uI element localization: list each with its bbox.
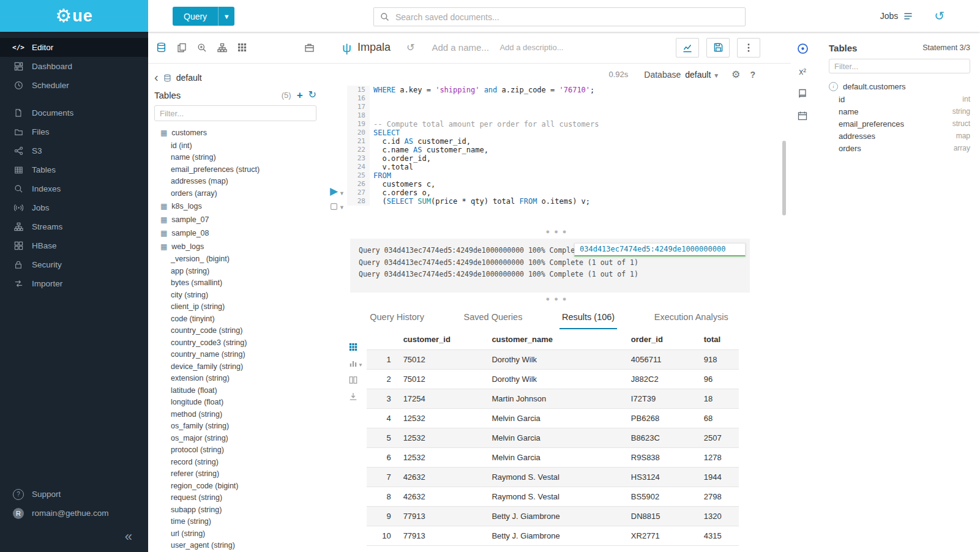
tree-item[interactable]: email_preferences (struct) [154,163,316,176]
tree-item[interactable]: method (string) [154,408,316,420]
tree-item[interactable]: country_code3 (string) [154,337,316,349]
info-icon[interactable]: i [829,82,838,91]
code-editor[interactable]: 1516171819202122232425262728 WHERE a.key… [347,86,779,206]
column-header[interactable]: total [698,329,739,350]
sidebar-item-streams[interactable]: Streams [0,217,148,236]
job-id-link[interactable]: 034d413ec7474ed5:4249de1000000000 [574,243,746,256]
tree-item[interactable]: country_name (string) [154,349,316,361]
jobs-list-icon[interactable] [903,12,913,21]
sidebar-item-jobs[interactable]: Jobs [0,198,148,217]
statement-menu-button[interactable]: ▼ [330,203,345,211]
back-chevron-icon[interactable]: ‹ [154,71,159,83]
assist-apps-icon[interactable] [238,43,247,52]
tree-item[interactable]: subapp (string) [154,504,316,516]
schedule-calendar-icon[interactable] [798,111,807,121]
column-header[interactable]: customer_id [397,329,486,350]
tree-item[interactable]: extension (string) [154,373,316,385]
tree-item[interactable]: user_agent (string) [154,540,316,552]
refresh-tables-icon[interactable]: ↻ [309,90,316,100]
tree-item[interactable]: url (string) [154,528,316,540]
breadcrumb-database-name[interactable]: default [176,73,202,83]
database-select[interactable]: default ▼ [685,70,719,80]
assist-search-plus-icon[interactable] [197,43,207,53]
row-number-header[interactable] [367,329,397,350]
tree-item[interactable]: time (string) [154,516,316,528]
tree-item[interactable]: k8s_logs [154,200,316,213]
tree-item[interactable]: sample_07 [154,213,316,226]
sidebar-item-security[interactable]: Security [0,255,148,274]
briefcase-icon[interactable] [304,43,315,53]
table-row[interactable]: 4 12532 Melvin Garcia PB6268 68 [367,409,739,428]
sidebar-item-tables[interactable]: Tables [0,160,148,179]
grid-view-icon[interactable] [349,343,363,351]
tree-item[interactable]: device_family (string) [154,360,316,373]
more-options-button[interactable]: ⋮ [737,38,760,58]
query-name-input[interactable] [430,42,491,53]
tree-item[interactable]: name (string) [154,152,316,164]
sidebar-item-scheduler[interactable]: Scheduler [0,76,148,95]
column-item[interactable]: orders array [829,142,970,154]
tree-item[interactable]: region_code (bigint) [154,480,316,492]
execute-button[interactable]: ▶▼ [330,186,345,196]
tree-item[interactable]: referer (string) [154,468,316,480]
query-description-input[interactable] [498,42,580,53]
table-row[interactable]: 3 17254 Martin Johnson I72T39 18 [367,389,739,409]
tree-item[interactable]: protocol (string) [154,444,316,457]
table-row[interactable]: 9 77913 Betty J. Giambrone DN8815 1320 [367,507,739,526]
column-header[interactable]: order_id [625,329,698,350]
editor-settings-gear-icon[interactable]: ⚙ [731,69,740,80]
hue-logo[interactable]: ⚙ ue [0,0,148,32]
table-row[interactable]: 7 42632 Raymond S. Vestal HS3124 1944 [367,468,739,487]
query-dropdown-caret[interactable]: ▼ [218,7,234,26]
tree-item[interactable]: request (string) [154,492,316,504]
editor-help-icon[interactable]: ? [750,70,755,80]
tree-item[interactable]: _version_ (bigint) [154,253,316,266]
chart-button[interactable] [676,38,699,58]
column-item[interactable]: email_preferences struct [829,117,970,130]
tree-item[interactable]: orders (array) [154,187,316,200]
table-row[interactable]: 5 12532 Melvin Garcia B8623C 2507 [367,428,739,448]
result-tab[interactable]: Results (106) [559,306,617,329]
tree-item[interactable]: longitude (float) [154,397,316,409]
collapse-sidebar-button[interactable]: « [125,529,132,545]
tree-item[interactable]: id (int) [154,140,316,152]
result-tab[interactable]: Saved Queries [461,306,525,329]
sidebar-item-documents[interactable]: Documents [0,103,148,122]
context-assist-icon[interactable] [797,43,809,54]
tree-item[interactable]: sample_08 [154,226,316,240]
save-button[interactable] [706,38,730,58]
sidebar-item-editor[interactable]: </> Editor [0,38,148,57]
columns-view-icon[interactable] [349,376,363,384]
search-input[interactable] [394,12,745,23]
result-tab[interactable]: Execution Analysis [652,306,731,329]
tables-filter-input[interactable] [154,105,316,121]
query-button[interactable]: Query [173,7,218,26]
column-header[interactable]: customer_name [485,329,624,350]
query-history-icon[interactable]: ↺ [934,10,944,22]
language-reference-icon[interactable] [798,89,807,99]
table-row[interactable]: 2 75012 Dorothy Wilk J882C2 96 [367,370,739,389]
tree-item[interactable]: bytes (smallint) [154,277,316,289]
right-filter-input[interactable] [829,59,970,73]
execute-options-caret-icon[interactable]: ▼ [339,191,345,196]
column-item[interactable]: id int [829,93,970,105]
sidebar-item-files[interactable]: Files [0,122,148,141]
user-menu[interactable]: R romain@gethue.com [0,504,148,523]
tree-item[interactable]: app (string) [154,265,316,277]
tree-item[interactable]: web_logs [154,240,316,253]
download-icon[interactable] [349,392,363,401]
table-row[interactable]: 8 42632 Raymond S. Vestal BS5902 2798 [367,487,739,507]
tree-item[interactable]: latitude (float) [154,384,316,397]
table-row[interactable]: 10 77913 Betty J. Giambrone XR2771 4315 [367,526,739,546]
sidebar-item-s3[interactable]: S3 [0,141,148,160]
tree-item[interactable]: os_major (string) [154,432,316,444]
sidebar-item-importer[interactable]: Importer [0,274,148,293]
tree-item[interactable]: customers [154,126,316,140]
results-resize-handle[interactable]: ● ● ● [323,295,791,302]
table-row[interactable]: 1 75012 Dorothy Wilk 4056711 918 [367,350,739,370]
editor-history-icon[interactable]: ↺ [406,42,414,53]
tree-item[interactable]: client_ip (string) [154,301,316,313]
add-table-icon[interactable]: + [297,90,303,100]
result-tab[interactable]: Query History [367,306,427,329]
column-item[interactable]: addresses map [829,130,970,142]
